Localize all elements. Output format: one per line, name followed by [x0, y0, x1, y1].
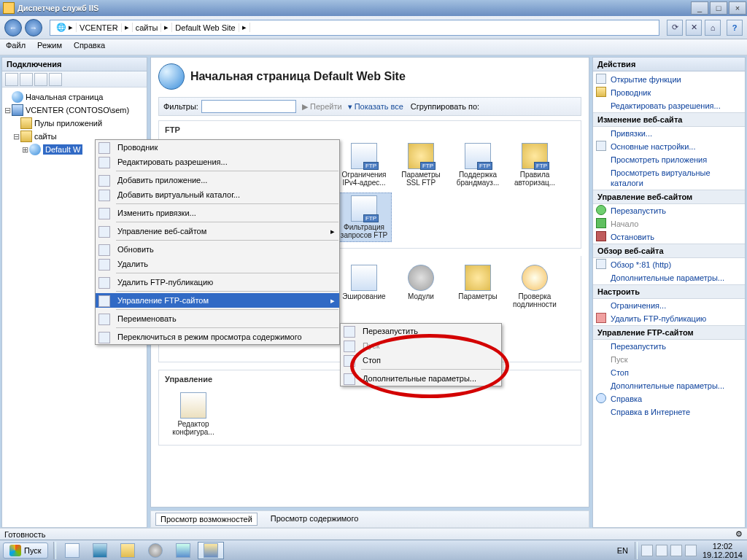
action-link[interactable]: Открытие функции [593, 73, 745, 86]
stop-nav-button[interactable]: ✕ [686, 20, 702, 36]
menubar: Файл Режим Справка [0, 39, 747, 55]
feature-params[interactable]: Параметры [450, 262, 506, 311]
tool-icon[interactable] [5, 73, 18, 86]
action-link[interactable]: Справка в Интернете [593, 405, 745, 419]
go-button[interactable]: ▶ Перейти [302, 102, 342, 112]
clock[interactable]: 12:02 19.12.2014 [703, 542, 743, 559]
feature-ftp-auth[interactable]: Правила авторизац... [507, 140, 562, 190]
tab-content[interactable]: Просмотр содержимого [266, 513, 363, 526]
feature-ftp-filtering[interactable]: Фильтрация запросов FTP [336, 192, 392, 242]
action-link[interactable]: Просмотреть приложения [593, 153, 745, 166]
feature-caching[interactable]: Эширование [336, 262, 392, 311]
menu-mode[interactable]: Режим [37, 41, 62, 53]
menu-item[interactable]: Обновить [96, 242, 339, 257]
tab-features[interactable]: Просмотр возможностей [155, 513, 258, 526]
filter-toolbar: Фильтры: ▶ Перейти ▾ Показать все Сгрупп… [158, 97, 581, 116]
menu-item[interactable]: Управление FTP-сайтом▸ [96, 293, 339, 308]
menu-item[interactable]: Перезапустить [341, 324, 501, 338]
action-link[interactable]: Удалить FTP-публикацию [593, 312, 745, 325]
menu-item[interactable]: Переименовать [96, 311, 339, 326]
menu-item[interactable]: Переключиться в режим просмотра содержим… [96, 330, 339, 344]
feature-config-editor[interactable]: Редактор конфигура... [166, 389, 221, 439]
tree-node-server[interactable]: ⊟VCENTER (CONTOSO\sem) [4, 104, 145, 117]
context-menu[interactable]: ПроводникРедактировать разрешения...Доба… [95, 139, 340, 345]
action-link[interactable]: Привязки... [593, 127, 745, 140]
breadcrumb-item[interactable]: Default Web Site [172, 23, 239, 32]
action-link[interactable]: Основные настройки... [593, 140, 745, 153]
action-link[interactable]: Перезапустить [593, 340, 745, 353]
menu-help[interactable]: Справка [74, 41, 105, 53]
menu-item[interactable]: Управление веб-сайтом▸ [96, 224, 339, 238]
menu-item[interactable]: Проводник [96, 140, 339, 155]
tray-icon[interactable] [641, 545, 653, 556]
action-link[interactable]: Остановить [593, 230, 745, 244]
menu-item[interactable]: Удалить [96, 257, 339, 271]
system-tray: EN 12:02 19.12.2014 [617, 542, 747, 559]
tool-icon[interactable] [49, 73, 62, 86]
feature-auth-check[interactable]: Проверка подлинности [507, 262, 562, 311]
actions-panel: Действия Открытие функцииПроводникРедакт… [592, 57, 746, 528]
filter-label: Фильтры: [163, 102, 198, 111]
groupby-label: Сгруппировать по: [411, 102, 479, 111]
back-button[interactable]: ← [4, 19, 22, 36]
tool-icon[interactable] [20, 73, 33, 86]
action-link[interactable]: Стоп [593, 366, 745, 379]
action-link: Пуск [593, 353, 745, 366]
feature-ftp-ip[interactable]: Ограничения IPv4-адрес... [336, 140, 392, 190]
tree-node-pools[interactable]: Пулы приложений [12, 117, 145, 130]
forward-button[interactable]: → [25, 19, 42, 36]
action-link[interactable]: Просмотреть виртуальные каталоги [593, 166, 745, 190]
breadcrumb-item[interactable]: сайты [133, 23, 162, 32]
taskbar-item-iis[interactable] [198, 542, 224, 559]
menu-file[interactable]: Файл [6, 41, 26, 53]
action-link[interactable]: Справка [593, 392, 745, 405]
window-title: Диспетчер служб IIS [18, 4, 690, 12]
menu-item[interactable]: Удалить FTP-публикацию [96, 275, 339, 289]
breadcrumb-icon[interactable]: 🌐 ▸ [53, 23, 77, 32]
action-link[interactable]: Обзор *:81 (http) [593, 258, 745, 271]
input-lang[interactable]: EN [617, 546, 628, 555]
taskbar-item[interactable] [115, 542, 141, 559]
showall-button[interactable]: ▾ Показать все [348, 102, 403, 112]
menu-item[interactable]: Изменить привязки... [96, 206, 339, 220]
feature-modules[interactable]: Модули [393, 262, 449, 311]
taskbar-item[interactable] [87, 542, 113, 559]
menu-item[interactable]: Дополнительные параметры... [341, 371, 501, 386]
action-link[interactable]: Проводник [593, 86, 745, 99]
action-link[interactable]: Редактировать разрешения... [593, 99, 745, 112]
start-button[interactable]: Пуск [3, 542, 48, 559]
action-group-header: Управление веб-сайтом [593, 190, 745, 204]
breadcrumb-bar[interactable]: 🌐 ▸ VCENTER▸ сайты▸ Default Web Site▸ [50, 20, 659, 36]
action-group-header: Управление FTP-сайтом [593, 325, 745, 340]
action-link[interactable]: Дополнительные параметры... [593, 271, 745, 284]
taskbar-item[interactable] [59, 542, 85, 559]
refresh-button[interactable]: ⟳ [667, 20, 683, 36]
connections-toolbar [2, 71, 147, 88]
action-link[interactable]: Ограничения... [593, 299, 745, 312]
maximize-button[interactable]: □ [710, 1, 727, 15]
close-button[interactable]: × [729, 1, 746, 15]
feature-ftp-ssl[interactable]: Параметры SSL FTP [393, 140, 449, 190]
status-icon: ⚙ [735, 529, 743, 539]
tray-icon[interactable] [670, 545, 682, 556]
filter-input[interactable] [201, 100, 296, 113]
tray-icon[interactable] [656, 545, 667, 556]
help-button[interactable]: ? [727, 20, 743, 36]
context-submenu[interactable]: ПерезапуститьПускСтопДополнительные пара… [340, 323, 502, 386]
menu-item[interactable]: Добавить виртуальный каталог... [96, 187, 339, 202]
tree-node-start[interactable]: Начальная страница [4, 90, 145, 104]
menu-item[interactable]: Стоп [341, 353, 501, 368]
taskbar-item[interactable] [142, 542, 169, 559]
taskbar-item[interactable] [170, 542, 196, 559]
action-link[interactable]: Дополнительные параметры... [593, 379, 745, 392]
tool-icon[interactable] [34, 73, 47, 86]
status-text: Готовность [4, 530, 45, 539]
action-link[interactable]: Перезапустить [593, 204, 745, 217]
tray-icon[interactable] [685, 545, 697, 556]
minimize-button[interactable]: _ [691, 1, 708, 15]
feature-ftp-firewall[interactable]: Поддержка брандмауз... [450, 140, 506, 190]
menu-item[interactable]: Редактировать разрешения... [96, 155, 339, 169]
menu-item[interactable]: Добавить приложение... [96, 173, 339, 187]
home-button[interactable]: ⌂ [705, 20, 721, 36]
breadcrumb-item[interactable]: VCENTER [77, 23, 122, 32]
